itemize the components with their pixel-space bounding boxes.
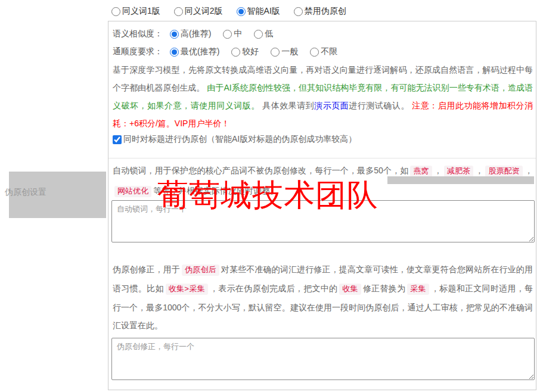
lock-words-text: 自动锁词，用于保护您的核心产品词不被伪原创修改，每行一个，最多50个，如 xyxy=(113,166,408,175)
locked-word-example: 减肥茶 xyxy=(444,166,473,177)
mode-option-label: 禁用伪原创 xyxy=(305,6,346,17)
similarity-radio-medium[interactable] xyxy=(223,30,232,39)
ai-description: 基于深度学习模型，先将原文转换成高维语义向量，再对语义向量进行逐词解码，还原成自… xyxy=(113,61,533,132)
correction-description: 伪原创修正，用于伪原创后对某些不准确的词汇进行修正，提高文章可读性，使文章更符合… xyxy=(113,260,533,334)
mode-option-synonym1[interactable]: 同义词1版 xyxy=(111,6,160,17)
semantic-similarity-row: 语义相似度： 高(推荐) 中 低 xyxy=(113,29,273,39)
correction-text: 伪原创修正，用于 xyxy=(113,265,180,274)
fluency-option-normal[interactable]: 一般 xyxy=(271,46,298,57)
similarity-option-high[interactable]: 高(推荐) xyxy=(170,29,211,39)
similarity-radio-low[interactable] xyxy=(254,30,263,39)
gray-redaction-strip xyxy=(387,176,534,184)
similarity-option-low[interactable]: 低 xyxy=(254,29,273,39)
correction-keyword: 采集 xyxy=(407,284,429,295)
mode-option-synonym2[interactable]: 同义词2版 xyxy=(174,6,223,17)
fluency-option-best[interactable]: 最优(推荐) xyxy=(170,46,219,57)
mode-radio-ai[interactable] xyxy=(237,7,246,16)
correction-textarea[interactable] xyxy=(111,338,535,380)
similarity-option-label: 中 xyxy=(234,29,242,39)
fluency-radio-normal[interactable] xyxy=(271,48,280,57)
separator: ， xyxy=(434,166,442,175)
similarity-option-medium[interactable]: 中 xyxy=(223,29,242,39)
semantic-similarity-label: 语义相似度： xyxy=(113,29,163,39)
description-gray-text: 进行测试确认。 xyxy=(349,101,409,110)
section-divider xyxy=(108,158,536,158)
rewrite-mode-radio-group: 同义词1版 同义词2版 智能AI版 禁用伪原创 xyxy=(111,6,346,17)
fluency-label: 通顺度要求： xyxy=(113,46,163,57)
mode-option-disable[interactable]: 禁用伪原创 xyxy=(294,6,346,17)
separator: ， xyxy=(475,166,483,175)
similarity-radio-high[interactable] xyxy=(170,30,179,39)
separator: ， xyxy=(525,166,533,175)
locked-word-example: 燕窝 xyxy=(410,166,432,177)
correction-text: ，表示在伪原创完成后，把文中的 xyxy=(210,284,337,293)
fluency-radio-good[interactable] xyxy=(231,48,240,57)
description-gray-text: 具体效果请到 xyxy=(260,101,315,110)
correction-keyword: 收集>采集 xyxy=(166,284,208,295)
mode-radio-synonym2[interactable] xyxy=(174,7,183,16)
mode-option-label: 同义词2版 xyxy=(185,6,223,17)
pseudo-original-settings-page: 同义词1版 同义词2版 智能AI版 禁用伪原创 语义相似度： 高(推荐) 中 xyxy=(0,0,543,392)
mode-option-ai[interactable]: 智能AI版 xyxy=(237,6,280,17)
similarity-option-label: 低 xyxy=(265,29,273,39)
row-label-pseudo-original-settings: 伪原创设置 xyxy=(5,187,46,198)
fluency-option-label: 较好 xyxy=(242,46,259,57)
correction-keyword: 伪原创后 xyxy=(182,265,219,276)
fluency-row: 通顺度要求： 最优(推荐) 较好 一般 不限 xyxy=(113,46,337,57)
locked-word-example: 网站优化 xyxy=(114,186,151,197)
rewrite-title-checkbox-row[interactable]: 同时对标题进行伪原创（智能AI版对标题的伪原创成功率较高） xyxy=(113,134,356,145)
fluency-option-label: 不限 xyxy=(321,46,337,57)
mode-option-label: 同义词1版 xyxy=(122,6,160,17)
red-watermark-text: 葡萄城技术团队 xyxy=(157,178,378,211)
similarity-option-label: 高(推荐) xyxy=(181,29,211,39)
mode-option-label: 智能AI版 xyxy=(247,6,280,17)
demo-page-link[interactable]: 演示页面 xyxy=(314,101,349,110)
rewrite-title-checkbox-label: 同时对标题进行伪原创（智能AI版对标题的伪原创成功率较高） xyxy=(123,134,356,145)
correction-keyword: 收集 xyxy=(339,284,361,295)
fluency-radio-unlimited[interactable] xyxy=(310,48,319,57)
fluency-option-unlimited[interactable]: 不限 xyxy=(310,46,337,57)
mode-radio-disable[interactable] xyxy=(294,7,303,16)
fluency-option-label: 一般 xyxy=(281,46,298,57)
fluency-option-good[interactable]: 较好 xyxy=(231,46,259,57)
fluency-radio-best[interactable] xyxy=(170,48,179,57)
correction-text: 修正替换为 xyxy=(363,284,405,293)
fluency-option-label: 最优(推荐) xyxy=(181,46,219,57)
locked-word-example: 股票配资 xyxy=(485,166,523,177)
mode-radio-synonym1[interactable] xyxy=(111,7,120,16)
rewrite-title-checkbox[interactable] xyxy=(113,135,122,144)
